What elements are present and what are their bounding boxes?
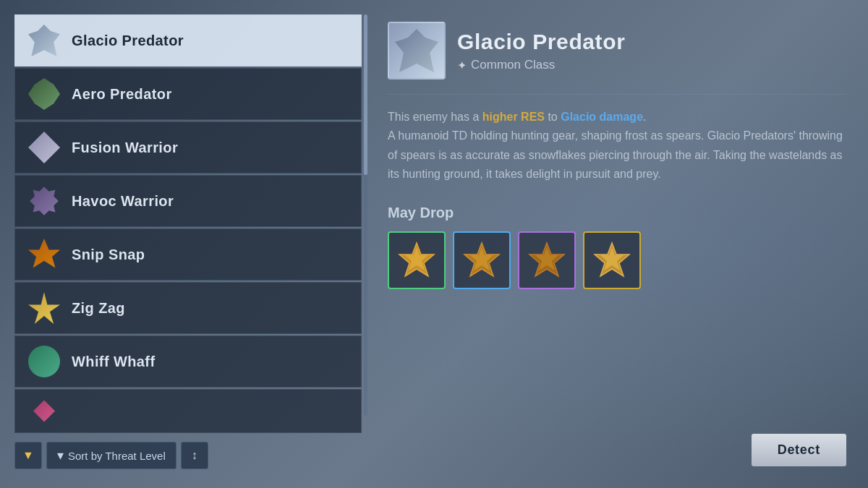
detail-title: Glacio Predator <box>457 29 625 55</box>
enemy-item-fusion-warrior[interactable]: Fusion Warrior <box>14 121 362 174</box>
desc-line1-mid: to <box>545 111 561 123</box>
enemy-item-whiff-whaff[interactable]: Whiff Whaff <box>14 335 362 388</box>
desc-line1-suffix: . <box>643 111 646 123</box>
enemy-item-havoc-warrior[interactable]: Havoc Warrior <box>14 175 362 227</box>
sort-dropdown-icon: ▾ <box>57 448 64 463</box>
sort-toggle-icon: ↕ <box>192 449 197 462</box>
sort-toggle-button[interactable]: ↕ <box>181 442 208 469</box>
drop-item-1[interactable] <box>388 231 446 289</box>
enemy-item-aero-predator[interactable]: Aero Predator <box>14 68 362 120</box>
detail-title-area: Glacio Predator ✦ Common Class <box>457 29 625 72</box>
drop-item-4[interactable] <box>583 231 641 289</box>
bottom-right-area: Detect <box>388 422 846 466</box>
enemy-icon-whiff <box>25 343 63 380</box>
enemy-item-snip-snap[interactable]: Snip Snap <box>14 228 362 281</box>
drop-star-2 <box>463 241 501 279</box>
enemy-name-aero: Aero Predator <box>72 86 172 103</box>
sort-label: Sort by Threat Level <box>68 450 166 462</box>
enemy-name-whiff: Whiff Whaff <box>72 354 155 370</box>
desc-highlight-glacio: Glacio damage <box>561 111 643 123</box>
detail-icon-box <box>388 22 446 80</box>
enemy-item-zig-zag[interactable]: Zig Zag <box>14 282 362 334</box>
detail-header: Glacio Predator ✦ Common Class <box>388 22 846 80</box>
enemy-icon-snipsnap <box>25 236 63 273</box>
desc-highlight-res: higher RES <box>482 111 545 123</box>
enemy-item-partial[interactable] <box>14 389 362 433</box>
detail-description: This enemy has a higher RES to Glacio da… <box>388 108 846 184</box>
scrollbar-track[interactable] <box>364 14 367 416</box>
sort-dropdown-button[interactable]: ▾ Sort by Threat Level <box>46 442 176 469</box>
drop-star-3 <box>528 241 566 279</box>
drop-item-3[interactable] <box>518 231 576 289</box>
enemy-icon-havoc <box>25 182 63 220</box>
detail-divider <box>388 94 846 95</box>
enemy-name-zigzag: Zig Zag <box>72 300 125 317</box>
enemy-name-fusion: Fusion Warrior <box>72 140 178 156</box>
drop-items-container <box>388 231 846 289</box>
enemy-name-snipsnap: Snip Snap <box>72 247 145 263</box>
enemy-list-panel: Glacio Predator Aero Predator Fusion War… <box>14 14 362 474</box>
scrollbar-thumb[interactable] <box>364 14 367 175</box>
enemy-icon-partial <box>25 393 63 430</box>
enemy-icon-glacio <box>25 22 63 59</box>
class-label: Common Class <box>471 58 555 72</box>
filter-icon: ▼ <box>22 449 34 462</box>
enemy-icon-zigzag <box>25 289 63 327</box>
enemy-name-havoc: Havoc Warrior <box>72 193 174 210</box>
detail-icon-shape <box>395 29 438 72</box>
class-star-icon: ✦ <box>457 59 467 72</box>
desc-line2: A humanoid TD holding hunting gear, shap… <box>388 129 843 180</box>
enemy-icon-fusion <box>25 129 63 166</box>
detect-button[interactable]: Detect <box>752 434 846 466</box>
filter-button[interactable]: ▼ <box>14 442 42 469</box>
bottom-bar: ▼ ▾ Sort by Threat Level ↕ <box>14 433 362 474</box>
may-drop-label: May Drop <box>388 205 846 221</box>
desc-line1-prefix: This enemy has a <box>388 111 482 123</box>
enemy-name-glacio: Glacio Predator <box>72 33 184 49</box>
detail-panel: Glacio Predator ✦ Common Class This enem… <box>373 14 854 474</box>
drop-item-2[interactable] <box>453 231 511 289</box>
enemy-list: Glacio Predator Aero Predator Fusion War… <box>14 14 362 433</box>
drop-star-1 <box>398 241 435 279</box>
detail-class: ✦ Common Class <box>457 58 625 72</box>
enemy-icon-aero <box>25 75 63 113</box>
drop-star-4 <box>593 241 631 279</box>
enemy-item-glacio-predator[interactable]: Glacio Predator <box>14 14 362 67</box>
